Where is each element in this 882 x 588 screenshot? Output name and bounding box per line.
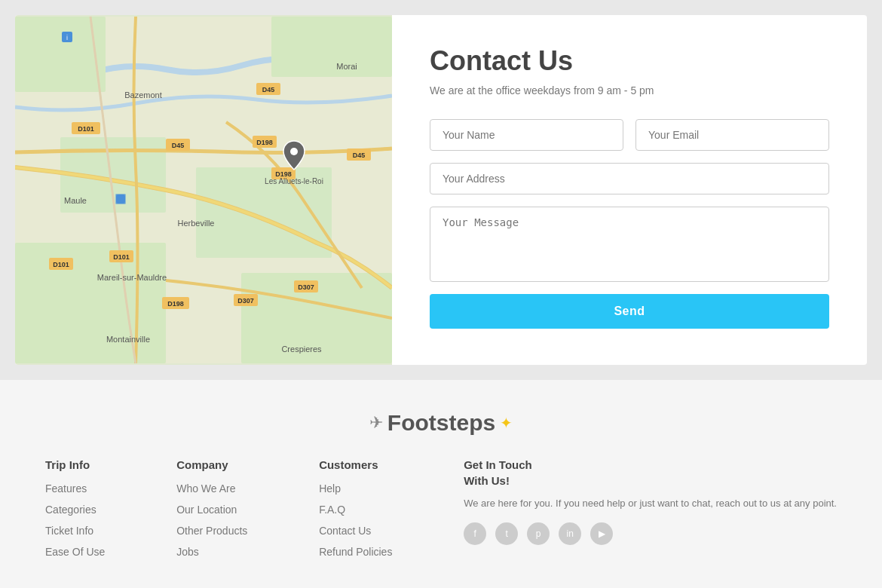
who-we-are-link[interactable]: Who We Are	[176, 482, 235, 495]
plane-icon: ✈	[369, 413, 383, 433]
contact-subtitle: We are at the office weekdays from 9 am …	[430, 84, 829, 96]
svg-text:Maule: Maule	[64, 196, 87, 205]
svg-text:Crespieres: Crespieres	[281, 345, 322, 354]
list-item: Who We Are	[176, 482, 247, 495]
svg-text:Montainville: Montainville	[106, 335, 150, 344]
svg-rect-2	[271, 17, 392, 77]
customers-heading: Customers	[319, 458, 392, 471]
customers-list: Help F.A.Q Contact Us Refund Policies	[319, 482, 392, 559]
svg-text:i: i	[66, 34, 68, 41]
footer-col-customers: Customers Help F.A.Q Contact Us Refund P…	[319, 458, 392, 566]
our-location-link[interactable]: Our Location	[176, 504, 237, 516]
form-row-name-email	[430, 119, 829, 151]
features-link[interactable]: Features	[45, 482, 87, 495]
jobs-link[interactable]: Jobs	[176, 546, 199, 558]
list-item: Our Location	[176, 503, 247, 516]
trip-info-heading: Trip Info	[45, 458, 105, 471]
svg-rect-40	[116, 194, 125, 204]
list-item: Help	[319, 482, 392, 495]
with-us-subtitle: With Us!	[464, 474, 837, 487]
svg-text:D45: D45	[353, 152, 366, 159]
svg-text:D198: D198	[167, 300, 184, 308]
svg-text:D198: D198	[256, 139, 273, 146]
svg-text:D307: D307	[237, 297, 254, 305]
list-item: Features	[45, 482, 105, 495]
get-in-touch-heading: Get In Touch	[464, 458, 837, 471]
address-input[interactable]	[430, 163, 829, 194]
svg-text:Les Alluets-le-Roi: Les Alluets-le-Roi	[265, 177, 323, 185]
list-item: Other Products	[176, 524, 247, 537]
contact-section: D101 D45 D198 D198 D101 D101 D198 D307 D…	[15, 15, 867, 365]
ease-of-use-link[interactable]: Ease Of Use	[45, 546, 105, 558]
facebook-icon[interactable]: f	[464, 522, 486, 545]
categories-link[interactable]: Categories	[45, 504, 96, 516]
svg-text:D101: D101	[53, 261, 69, 268]
list-item: Ticket Info	[45, 524, 105, 537]
svg-text:Herbeville: Herbeville	[178, 219, 215, 228]
svg-point-37	[290, 148, 298, 155]
svg-text:D101: D101	[78, 125, 94, 133]
contact-title: Contact Us	[430, 45, 829, 77]
message-textarea[interactable]	[430, 207, 829, 282]
form-row-address	[430, 163, 829, 207]
svg-text:Morai: Morai	[336, 62, 357, 71]
footer-columns: Trip Info Features Categories Ticket Inf…	[45, 458, 837, 566]
twitter-icon[interactable]: t	[495, 522, 518, 545]
faq-link[interactable]: F.A.Q	[319, 504, 345, 516]
company-list: Who We Are Our Location Other Products J…	[176, 482, 247, 559]
footer-logo: ✈ Footsteps ✦	[45, 410, 837, 436]
get-in-touch-text: We are here for you. If you need help or…	[464, 496, 837, 512]
svg-text:D101: D101	[113, 253, 130, 261]
ticket-info-link[interactable]: Ticket Info	[45, 525, 93, 537]
instagram-icon[interactable]: in	[559, 522, 581, 545]
name-input[interactable]	[430, 119, 623, 151]
list-item: Contact Us	[319, 524, 392, 537]
other-products-link[interactable]: Other Products	[176, 525, 247, 537]
contact-form-area: Contact Us We are at the office weekdays…	[392, 15, 867, 365]
list-item: Refund Policies	[319, 545, 392, 559]
svg-text:D307: D307	[298, 283, 314, 291]
footer-col-get-in-touch: Get In Touch With Us! We are here for yo…	[464, 458, 837, 566]
svg-text:D45: D45	[172, 142, 185, 149]
svg-text:Bazemont: Bazemont	[124, 90, 162, 100]
list-item: Ease Of Use	[45, 545, 105, 559]
svg-text:Mareil-sur-Mauldre: Mareil-sur-Mauldre	[97, 273, 167, 282]
send-button[interactable]: Send	[430, 294, 829, 329]
youtube-icon[interactable]: ▶	[590, 522, 613, 545]
help-link[interactable]: Help	[319, 482, 341, 495]
list-item: Jobs	[176, 545, 247, 559]
social-icons: f t p in ▶	[464, 522, 837, 545]
list-item: Categories	[45, 503, 105, 516]
pinterest-icon[interactable]: p	[527, 522, 550, 545]
map-container: D101 D45 D198 D198 D101 D101 D198 D307 D…	[15, 15, 392, 365]
contact-us-link[interactable]: Contact Us	[319, 525, 371, 537]
star-icon: ✦	[500, 414, 513, 432]
list-item: F.A.Q	[319, 503, 392, 516]
email-input[interactable]	[635, 119, 829, 151]
svg-text:D45: D45	[262, 86, 275, 93]
footer-col-company: Company Who We Are Our Location Other Pr…	[176, 458, 247, 566]
trip-info-list: Features Categories Ticket Info Ease Of …	[45, 482, 105, 559]
footer-section: ✈ Footsteps ✦ Trip Info Features Categor…	[0, 380, 882, 588]
refund-policies-link[interactable]: Refund Policies	[319, 546, 392, 558]
footer-col-trip-info: Trip Info Features Categories Ticket Inf…	[45, 458, 105, 566]
company-heading: Company	[176, 458, 247, 471]
svg-rect-3	[15, 243, 166, 363]
logo-text: Footsteps	[387, 410, 495, 436]
